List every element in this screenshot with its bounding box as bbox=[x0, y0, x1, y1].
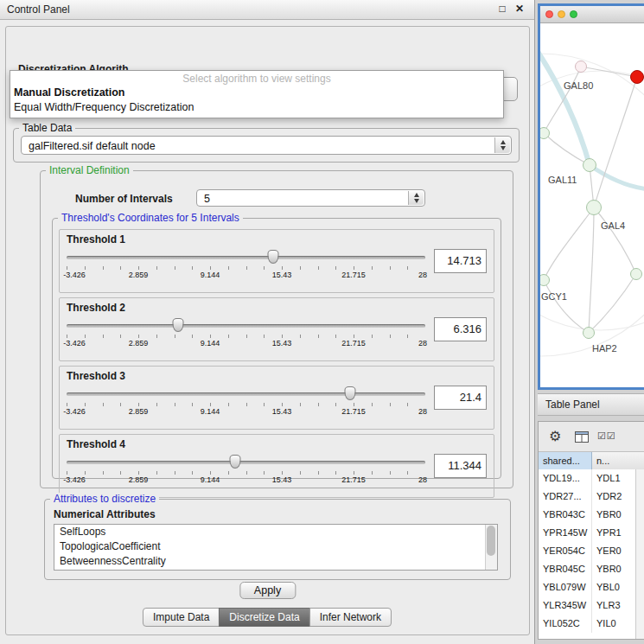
network-edges bbox=[540, 23, 644, 371]
tab-infer-network[interactable]: Infer Network bbox=[309, 608, 392, 627]
table-row[interactable]: YDL19...YDL1 bbox=[539, 469, 635, 488]
zoom-traffic-light-icon[interactable] bbox=[570, 10, 577, 18]
numerical-attributes-header: Numerical Attributes bbox=[54, 508, 156, 520]
table-data-group-title: Table Data bbox=[19, 122, 75, 134]
network-node[interactable] bbox=[583, 158, 596, 172]
table-panel-title: Table Panel bbox=[545, 399, 600, 411]
network-node[interactable] bbox=[586, 200, 602, 215]
table-scrollbar[interactable] bbox=[635, 469, 644, 639]
node-label: GCY1 bbox=[541, 291, 567, 302]
threshold-4-slider[interactable]: -3.426 2.859 9.144 15.43 21.715 28 bbox=[67, 454, 425, 487]
list-item[interactable]: BetweennessCentrality bbox=[54, 554, 497, 569]
slider-track[interactable] bbox=[67, 324, 425, 328]
select-columns-checkboxes-icon[interactable]: ☑☑ bbox=[597, 430, 616, 442]
gear-icon[interactable]: ⚙ bbox=[549, 428, 561, 444]
table-cell: YLR345W bbox=[539, 596, 592, 615]
table-row[interactable]: YDR27...YDR2 bbox=[539, 488, 635, 506]
threshold-2-value-field[interactable]: 6.316 bbox=[434, 317, 487, 341]
table-toolbar: ⚙ ☑☑ bbox=[539, 422, 644, 452]
table-cell: YER054C bbox=[539, 542, 592, 560]
float-window-icon[interactable]: □ bbox=[496, 3, 508, 15]
network-node[interactable] bbox=[583, 327, 595, 339]
algorithm-popup-placeholder: Select algorithm to view settings bbox=[10, 71, 503, 85]
network-canvas[interactable]: GAL80GAL11GAL4GCY1HAP2 bbox=[540, 23, 644, 371]
close-traffic-light-icon[interactable] bbox=[545, 10, 553, 18]
node-label: HAP2 bbox=[592, 343, 617, 354]
minimize-traffic-light-icon[interactable] bbox=[558, 10, 565, 18]
combobox-stepper-icon[interactable] bbox=[408, 191, 424, 205]
close-icon[interactable]: ✕ bbox=[513, 3, 526, 15]
slider-thumb[interactable] bbox=[230, 455, 241, 469]
table-row[interactable]: YER054CYER0 bbox=[539, 542, 635, 560]
network-node[interactable] bbox=[575, 61, 587, 73]
window-title: Control Panel bbox=[7, 3, 70, 16]
table-row[interactable]: YBL079WYBL0 bbox=[539, 578, 635, 596]
tab-discretize-data[interactable]: Discretize Data bbox=[219, 608, 309, 627]
column-header-shared-name[interactable]: shared... bbox=[539, 452, 592, 469]
algorithm-option-manual[interactable]: Manual Discretization bbox=[10, 85, 503, 99]
column-header-name[interactable]: n... bbox=[592, 452, 644, 469]
threshold-3-slider[interactable]: -3.426 2.859 9.144 15.43 21.715 28 bbox=[67, 386, 425, 418]
table-cell: YDR2 bbox=[592, 488, 635, 506]
table-cell: YPR1 bbox=[592, 524, 635, 542]
list-scrollbar[interactable] bbox=[485, 525, 497, 570]
tick-label: -3.426 bbox=[63, 271, 86, 279]
combobox-stepper-icon[interactable] bbox=[494, 137, 510, 153]
threshold-1-slider[interactable]: -3.426 2.859 9.144 15.43 21.715 28 bbox=[67, 249, 425, 282]
threshold-1-value-field[interactable]: 14.713 bbox=[434, 249, 487, 273]
number-of-intervals-combobox[interactable]: 5 bbox=[196, 189, 425, 207]
numerical-attributes-list[interactable]: SelfLoopsTopologicalCoefficientBetweenne… bbox=[54, 524, 498, 571]
network-node[interactable] bbox=[630, 268, 642, 280]
slider-track[interactable] bbox=[67, 461, 425, 464]
threshold-4-value-field[interactable]: 11.344 bbox=[434, 454, 487, 478]
scrollbar-thumb[interactable] bbox=[487, 526, 495, 556]
tab-discretize-label: Discretize Data bbox=[229, 609, 299, 627]
table-data-group: Table Data galFiltered.sif default node bbox=[13, 128, 520, 163]
interval-definition-group: Interval Definition Number of Intervals … bbox=[40, 170, 513, 488]
tick-label: 2.859 bbox=[129, 407, 149, 416]
apply-button[interactable]: Apply bbox=[239, 582, 296, 599]
list-item[interactable]: SelfLoops bbox=[54, 525, 497, 539]
slider-track[interactable] bbox=[67, 256, 425, 259]
threshold-3-value-field[interactable]: 21.4 bbox=[434, 386, 487, 410]
slider-ticks bbox=[67, 266, 425, 270]
algorithm-option-equal-width[interactable]: Equal Width/Frequency Discretization bbox=[10, 99, 503, 114]
tick-label: 28 bbox=[418, 475, 427, 484]
list-item[interactable]: TopologicalCoefficient bbox=[54, 539, 497, 554]
algorithm-dropdown-popup: Select algorithm to view settings Manual… bbox=[10, 70, 504, 118]
tick-label: 28 bbox=[418, 407, 427, 416]
table-cell: YER0 bbox=[592, 542, 635, 560]
tick-label: 28 bbox=[418, 271, 427, 279]
table-row[interactable]: YBR043CYBR0 bbox=[539, 506, 635, 524]
threshold-2-slider[interactable]: -3.426 2.859 9.144 15.43 21.715 28 bbox=[67, 317, 425, 350]
tick-label: -3.426 bbox=[63, 339, 86, 348]
table-row[interactable]: YBR045CYBR0 bbox=[539, 560, 635, 578]
tick-label: 15.43 bbox=[272, 475, 292, 484]
tick-label: 9.144 bbox=[201, 407, 220, 416]
tick-label: 9.144 bbox=[201, 339, 220, 348]
table-cell: YIL0 bbox=[592, 615, 635, 633]
tick-label: 2.859 bbox=[129, 339, 149, 348]
table-row[interactable]: YLR345WYLR3 bbox=[539, 596, 635, 615]
columns-icon[interactable] bbox=[575, 430, 589, 446]
tick-label: 9.144 bbox=[201, 475, 220, 484]
table-data-selected-value: galFiltered.sif default node bbox=[29, 140, 156, 152]
tab-impute-data[interactable]: Impute Data bbox=[143, 608, 220, 627]
tick-label: 21.715 bbox=[341, 339, 366, 348]
network-node[interactable] bbox=[630, 70, 644, 84]
threshold-label: Threshold 3 bbox=[67, 370, 487, 382]
slider-thumb[interactable] bbox=[172, 318, 183, 332]
slider-thumb[interactable] bbox=[344, 386, 355, 400]
tick-label: 21.715 bbox=[341, 475, 366, 484]
table-row[interactable]: YPR145WYPR1 bbox=[539, 524, 635, 542]
table-row[interactable]: YIL052CYIL0 bbox=[539, 615, 635, 633]
slider-track[interactable] bbox=[67, 392, 425, 396]
tick-label: -3.426 bbox=[63, 475, 86, 484]
tick-label: 15.43 bbox=[272, 407, 292, 416]
network-window-titlebar bbox=[540, 6, 644, 23]
tick-label: 9.144 bbox=[201, 271, 220, 279]
table-data-combobox[interactable]: galFiltered.sif default node bbox=[21, 136, 512, 155]
bottom-tab-bar: Impute Data Discretize Data Infer Networ… bbox=[143, 608, 392, 627]
node-label: GAL80 bbox=[564, 80, 593, 91]
slider-thumb[interactable] bbox=[268, 250, 279, 264]
